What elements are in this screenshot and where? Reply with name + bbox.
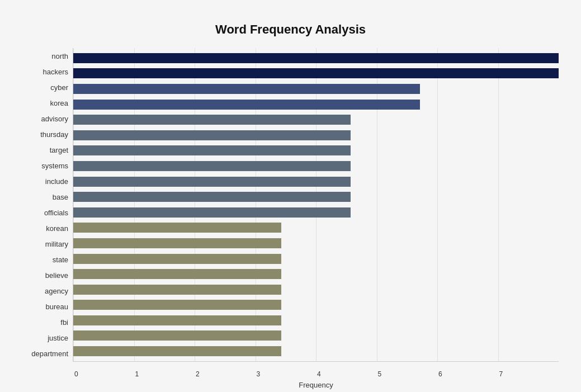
- y-label: north: [22, 53, 68, 60]
- bar: [73, 115, 351, 125]
- bar: [73, 223, 281, 233]
- y-label: state: [22, 256, 68, 263]
- bar: [73, 100, 420, 110]
- y-label: hackers: [22, 68, 68, 75]
- bar-row: [73, 237, 559, 249]
- bar-row: [73, 98, 559, 111]
- bar-row: [73, 144, 559, 157]
- y-label: base: [22, 193, 68, 201]
- bar: [73, 84, 420, 94]
- bar-row: [73, 268, 559, 280]
- bar: [73, 192, 351, 202]
- bar: [73, 346, 281, 356]
- plot-area: 01234567 Frequency: [73, 48, 559, 362]
- y-label: department: [22, 350, 68, 357]
- bar-row: [73, 284, 559, 296]
- bar-row: [73, 52, 559, 64]
- chart-area: northhackerscyberkoreaadvisorythursdayta…: [22, 48, 559, 362]
- x-tick: 7: [498, 370, 559, 378]
- y-label: cyber: [22, 84, 68, 91]
- bar: [73, 300, 281, 310]
- y-label: fbi: [22, 319, 68, 326]
- bar: [73, 330, 281, 341]
- x-axis: 01234567: [73, 370, 559, 378]
- x-tick: 0: [73, 370, 134, 378]
- bar: [73, 238, 281, 248]
- bar-row: [73, 160, 559, 172]
- x-axis-label: Frequency: [73, 381, 559, 389]
- bar-row: [73, 345, 559, 357]
- bar-row: [73, 221, 559, 234]
- bar-row: [73, 67, 559, 79]
- y-label: thursday: [22, 131, 68, 138]
- y-label: target: [22, 147, 68, 154]
- y-label: bureau: [22, 303, 68, 310]
- bars-container: [73, 48, 559, 361]
- y-label: include: [22, 178, 68, 185]
- bar-row: [73, 253, 559, 265]
- bar: [73, 130, 351, 140]
- y-label: agency: [22, 287, 68, 295]
- bar: [73, 161, 351, 171]
- y-axis: northhackerscyberkoreaadvisorythursdayta…: [22, 48, 73, 362]
- x-tick: 3: [256, 370, 317, 378]
- y-label: systems: [22, 162, 68, 169]
- bar: [73, 315, 281, 325]
- y-label: korea: [22, 100, 68, 107]
- bar-row: [73, 129, 559, 141]
- bar-row: [73, 191, 559, 203]
- bar: [73, 177, 351, 187]
- bar: [73, 145, 351, 155]
- y-label: justice: [22, 334, 68, 342]
- y-label: military: [22, 240, 68, 248]
- bar-row: [73, 329, 559, 342]
- bar: [73, 254, 281, 264]
- bar-row: [73, 176, 559, 188]
- bar: [73, 269, 281, 279]
- x-tick: 1: [134, 370, 195, 378]
- chart-title: Word Frequency Analysis: [22, 22, 559, 37]
- y-label: believe: [22, 272, 68, 279]
- chart-container: Word Frequency Analysis northhackerscybe…: [11, 11, 570, 392]
- y-label: officials: [22, 209, 68, 216]
- bar-row: [73, 206, 559, 219]
- bar-row: [73, 114, 559, 126]
- x-tick: 6: [437, 370, 498, 378]
- y-label: korean: [22, 225, 68, 232]
- y-label: advisory: [22, 115, 68, 122]
- x-tick: 2: [195, 370, 256, 378]
- x-tick: 4: [316, 370, 377, 378]
- bar: [73, 53, 559, 63]
- bar: [73, 207, 351, 218]
- bar-row: [73, 314, 559, 327]
- bar: [73, 285, 281, 295]
- bar-row: [73, 299, 559, 311]
- bar-row: [73, 83, 559, 95]
- bar: [73, 68, 559, 78]
- x-tick: 5: [377, 370, 438, 378]
